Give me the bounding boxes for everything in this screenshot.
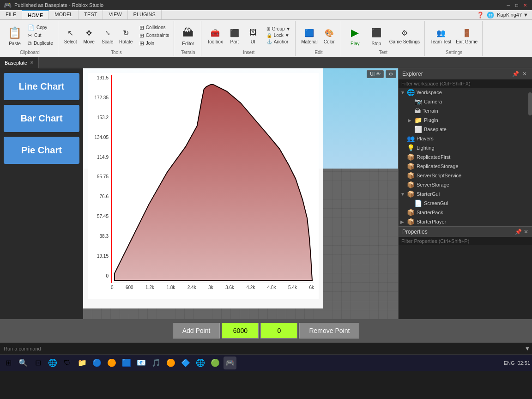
tab-home[interactable]: HOME [22, 10, 49, 19]
select-button[interactable]: ↖ Select [62, 25, 79, 45]
remove-point-button[interactable]: Remove Point [299, 323, 359, 339]
duplicate-button[interactable]: ⧉ Duplicate [26, 40, 55, 47]
command-bar: ▼ [0, 342, 532, 354]
color-button[interactable]: 🎨 Color [320, 25, 338, 45]
taskbar-app6[interactable]: 🟠 [164, 357, 177, 369]
team-test-button[interactable]: 👥 Team Test [429, 25, 453, 45]
taskbar-app3[interactable]: 🟦 [120, 357, 133, 369]
ribbon-group-insert: 🧰 Toolbox ⬛ Part 🖼 UI ⊞ Group ▼ 🔒 Lo [202, 21, 296, 56]
tab-file[interactable]: FILE [0, 10, 22, 19]
bar-chart-button[interactable]: Bar Chart [4, 105, 79, 132]
cut-button[interactable]: ✂ Cut [26, 32, 55, 39]
tree-item-terrain[interactable]: 🏔 Terrain [406, 106, 532, 115]
tree-item-starter-gui[interactable]: ▼ 📦 StarterGui [399, 189, 532, 199]
join-button[interactable]: ⊞ Join [138, 40, 171, 47]
tree-item-plugin[interactable]: ▶ 📁 Plugin [406, 115, 532, 125]
taskbar-task-view[interactable]: ⊡ [31, 357, 44, 369]
help-icon[interactable]: ❓ [477, 12, 484, 18]
command-input[interactable] [0, 346, 523, 351]
tree-item-baseplate[interactable]: ⬜ Baseplate [406, 125, 532, 134]
stop-button[interactable]: ⬛ Stop [366, 24, 387, 47]
constraints-button[interactable]: ⊞ Constraints [138, 32, 171, 39]
tree-item-players[interactable]: 👥 Players [399, 134, 532, 143]
close-btn[interactable]: ✕ [522, 2, 528, 8]
explorer-filter-input[interactable] [399, 79, 532, 88]
y-label-6: 76.6 [88, 194, 109, 199]
add-point-button[interactable]: Add Point [173, 323, 220, 339]
properties-pin-btn[interactable]: 📌 [515, 229, 522, 235]
copy-button[interactable]: 📄 Copy [26, 24, 55, 31]
move-button[interactable]: ✥ Move [80, 25, 98, 45]
paste-button[interactable]: 📋 Paste [5, 24, 25, 47]
viewport: 191.5 172.35 153.2 134.05 114.9 95.75 76… [83, 68, 398, 319]
clipboard-small: 📄 Copy ✂ Cut ⧉ Duplicate [26, 24, 55, 47]
starter-player-expand[interactable]: ▶ [400, 219, 406, 224]
roblox-icon[interactable]: 🌐 [487, 12, 494, 18]
taskbar-app1[interactable]: 🔵 [91, 357, 103, 369]
collisions-button[interactable]: ⊞ Collisions [138, 24, 171, 31]
ui-button[interactable]: 🖼 UI [244, 25, 262, 45]
game-settings-icon: ⚙ [398, 26, 411, 39]
explorer-pin-btn[interactable]: 📌 [512, 70, 519, 78]
tree-item-workspace[interactable]: ▼ 🌐 Workspace [399, 88, 532, 97]
exit-game-button[interactable]: 🚪 Exit Game [454, 25, 479, 45]
lock-button[interactable]: 🔒 Lock ▼ [265, 32, 292, 38]
minimize-btn[interactable]: ─ [505, 2, 512, 8]
maximize-btn[interactable]: □ [514, 2, 520, 8]
material-button[interactable]: 🟦 Material [299, 25, 320, 45]
tree-item-replicated-first[interactable]: 📦 ReplicatedFirst [399, 152, 532, 162]
taskbar-explorer[interactable]: 📁 [76, 357, 89, 369]
tree-item-starter-player[interactable]: ▶ 📦 StarterPlayer [399, 217, 532, 226]
taskbar-app2[interactable]: 🟠 [105, 357, 118, 369]
taskbar-app7[interactable]: 🔷 [179, 357, 192, 369]
tab-close-btn[interactable]: ✕ [30, 60, 34, 65]
part-icon: ⬛ [228, 26, 241, 39]
tab-test[interactable]: TEST [79, 10, 103, 19]
line-chart-button[interactable]: Line Chart [4, 73, 79, 100]
baseplate-tab[interactable]: Baseplate ✕ [0, 57, 39, 68]
command-dropdown-btn[interactable]: ▼ [523, 345, 532, 352]
taskbar-app8[interactable]: 🌐 [194, 357, 207, 369]
taskbar-search[interactable]: 🔍 [17, 357, 30, 369]
tab-plugins[interactable]: PLUGINS [128, 10, 162, 19]
tree-item-lighting[interactable]: 💡 Lighting [399, 143, 532, 152]
duplicate-icon: ⧉ [28, 40, 32, 47]
anchor-button[interactable]: ⚓ Anchor [265, 39, 292, 45]
tree-item-camera[interactable]: 📷 Camera [406, 97, 532, 106]
scale-button[interactable]: ⤡ Scale [99, 25, 116, 45]
starter-gui-expand[interactable]: ▼ [400, 192, 406, 197]
rotate-button[interactable]: ↻ Rotate [117, 25, 135, 45]
starter-pack-icon: 📦 [407, 209, 415, 216]
part-button[interactable]: ⬛ Part [226, 25, 243, 45]
tree-item-server-script-service[interactable]: 📦 ServerScriptService [399, 171, 532, 180]
editor-button[interactable]: 🏔 Editor [178, 24, 198, 47]
toolbox-button[interactable]: 🧰 Toolbox [205, 25, 224, 45]
workspace-expand[interactable]: ▼ [400, 90, 406, 95]
play-icon: ▶ [347, 24, 363, 41]
taskbar-edge[interactable]: 🌐 [46, 357, 59, 369]
properties-filter-input[interactable] [399, 237, 532, 245]
title-bar-controls[interactable]: ─ □ ✕ [505, 2, 528, 8]
start-button[interactable]: ⊞ [2, 357, 15, 369]
taskbar-defender[interactable]: 🛡 [61, 357, 74, 369]
taskbar-app4[interactable]: 📧 [135, 357, 148, 369]
taskbar-app5[interactable]: 🎵 [150, 357, 163, 369]
game-settings-button[interactable]: ⚙ Game Settings [387, 25, 422, 45]
tree-item-replicated-storage[interactable]: 📦 ReplicatedStorage [399, 162, 532, 171]
ui-toggle-btn[interactable]: UI 👁 [367, 70, 384, 78]
tree-item-starter-pack[interactable]: 📦 StarterPack [399, 208, 532, 217]
explorer-close-btn[interactable]: ✕ [521, 70, 528, 78]
tab-model[interactable]: MODEL [49, 10, 79, 19]
tree-item-server-storage[interactable]: 📦 ServerStorage [399, 180, 532, 189]
group-button[interactable]: ⊞ Group ▼ [265, 26, 292, 32]
plugin-expand[interactable]: ▶ [408, 118, 413, 123]
taskbar-roblox[interactable]: 🎮 [224, 357, 236, 369]
tree-item-screen-gui[interactable]: 📄 ScreenGui [406, 199, 532, 208]
tab-view[interactable]: VIEW [103, 10, 127, 19]
play-button[interactable]: ▶ Play [345, 24, 365, 47]
taskbar-app9[interactable]: 🟢 [209, 357, 222, 369]
explorer-scrollbar[interactable] [528, 92, 532, 115]
viewport-settings-btn[interactable]: ⚙ [386, 70, 396, 78]
properties-close-btn[interactable]: ✕ [524, 229, 528, 235]
pie-chart-button[interactable]: Pie Chart [4, 137, 79, 164]
